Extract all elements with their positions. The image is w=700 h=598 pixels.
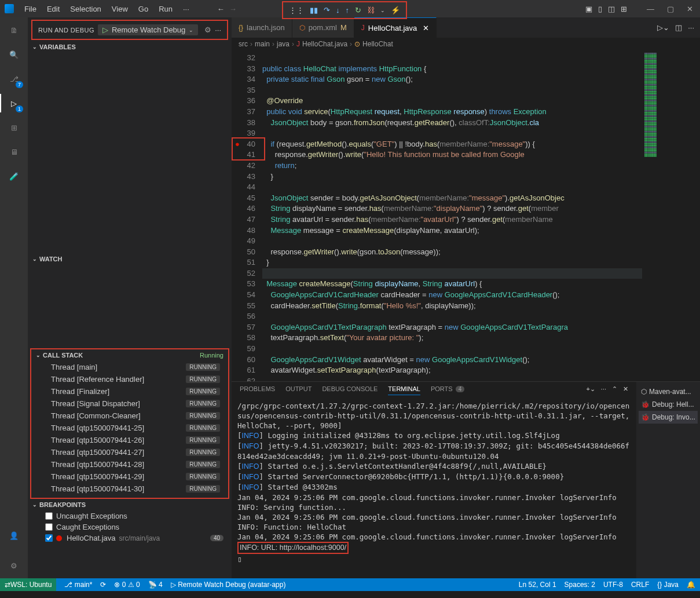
bp-uncaught[interactable]: Uncaught Exceptions bbox=[28, 511, 232, 522]
terminal-item[interactable]: 🐞Debug: Invo... bbox=[639, 411, 698, 424]
drag-handle-icon[interactable]: ⋮⋮ bbox=[288, 5, 305, 16]
source-control-icon[interactable]: ⎇7 bbox=[7, 72, 21, 86]
chevron-down-icon: ⌄ bbox=[189, 27, 193, 33]
sync-icon[interactable]: ⟳ bbox=[100, 581, 106, 589]
chevron-down-icon[interactable]: ⌄ bbox=[379, 6, 386, 14]
gear-icon[interactable]: ⚙ bbox=[204, 25, 211, 34]
panel-tab-output[interactable]: OUTPUT bbox=[285, 385, 311, 395]
bp-caught[interactable]: Caught Exceptions bbox=[28, 522, 232, 533]
minimize-icon[interactable]: — bbox=[644, 2, 657, 16]
terminal-item[interactable]: ⬡Maven-avat... bbox=[639, 385, 698, 398]
more-icon[interactable]: ··· bbox=[688, 23, 694, 32]
breakpoints-header[interactable]: ⌄ BREAKPOINTS bbox=[28, 499, 232, 511]
code-content[interactable]: public class HelloChat implements HttpFu… bbox=[262, 50, 642, 381]
debug-status[interactable]: ▷ Remote Watch Debug (avatar-app) bbox=[171, 581, 286, 589]
thread-row[interactable]: Thread [Reference Handler]RUNNING bbox=[31, 373, 228, 385]
cursor-position[interactable]: Ln 52, Col 1 bbox=[519, 581, 556, 589]
more-icon[interactable]: ··· bbox=[215, 25, 221, 34]
breadcrumb-item[interactable]: HelloChat.java bbox=[302, 40, 347, 48]
thread-row[interactable]: Thread [Signal Dispatcher]RUNNING bbox=[31, 398, 228, 410]
run-config-dropdown[interactable]: ▷ Remote Watch Debug ⌄ bbox=[98, 24, 198, 35]
settings-gear-icon[interactable]: ⚙ bbox=[7, 559, 21, 573]
tab-pom.xml[interactable]: ⬡pom.xmlM bbox=[292, 17, 354, 38]
menu-view[interactable]: View bbox=[107, 2, 133, 16]
tab-HelloChat.java[interactable]: JHelloChat.java✕ bbox=[354, 17, 437, 38]
hot-swap-icon[interactable]: ⚡ bbox=[390, 5, 401, 16]
thread-row[interactable]: Thread [qtp1500079441-30]RUNNING bbox=[31, 483, 228, 495]
terminal-item[interactable]: 🐞Debug: Hell... bbox=[639, 398, 698, 411]
disconnect-icon[interactable]: ⛓ bbox=[366, 5, 376, 16]
panel-tab-problems[interactable]: PROBLEMS bbox=[240, 385, 275, 395]
watch-header[interactable]: ⌄ WATCH bbox=[28, 253, 232, 265]
checkbox[interactable] bbox=[45, 512, 53, 520]
tab-launch.json[interactable]: {}launch.json bbox=[232, 17, 292, 38]
maximize-panel-icon[interactable]: ⌃ bbox=[612, 385, 617, 395]
run-debug-icon[interactable]: ▷1 bbox=[7, 96, 21, 110]
menu-edit[interactable]: Edit bbox=[42, 2, 64, 16]
menu-selection[interactable]: Selection bbox=[65, 2, 105, 16]
run-icon[interactable]: ▷⌄ bbox=[657, 23, 669, 32]
thread-row[interactable]: Thread [qtp1500079441-26]RUNNING bbox=[31, 434, 228, 446]
maximize-icon[interactable]: ▢ bbox=[665, 2, 676, 16]
breadcrumb[interactable]: src›main›java›J HelloChat.java›⊙ HelloCh… bbox=[232, 38, 700, 50]
search-icon[interactable]: 🔍 bbox=[7, 48, 21, 61]
close-panel-icon[interactable]: ✕ bbox=[623, 385, 628, 395]
menu-file[interactable]: File bbox=[20, 2, 41, 16]
panel-tab-debug console[interactable]: DEBUG CONSOLE bbox=[322, 385, 378, 395]
thread-row[interactable]: Thread [Common-Cleaner]RUNNING bbox=[31, 410, 228, 422]
panel-tab-terminal[interactable]: TERMINAL bbox=[388, 385, 420, 395]
more-icon[interactable]: ··· bbox=[601, 385, 606, 395]
remote-indicator[interactable]: ⇄ WSL: Ubuntu bbox=[0, 578, 56, 591]
thread-row[interactable]: Thread [qtp1500079441-29]RUNNING bbox=[31, 471, 228, 483]
menu-go[interactable]: Go bbox=[134, 2, 153, 16]
problems-count[interactable]: ⊗ 0 ⚠ 0 bbox=[114, 581, 140, 589]
minimap[interactable]: ████ ██ ████████████ ██ ████████████ ██ … bbox=[642, 50, 700, 381]
thread-row[interactable]: Thread [qtp1500079441-27]RUNNING bbox=[31, 446, 228, 458]
breadcrumb-item[interactable]: main bbox=[255, 40, 270, 48]
breadcrumb-item[interactable]: java bbox=[277, 40, 289, 48]
pause-icon[interactable]: ▮▮ bbox=[309, 5, 319, 16]
breadcrumb-item[interactable]: src bbox=[239, 40, 248, 48]
indent-status[interactable]: Spaces: 2 bbox=[565, 581, 595, 589]
notifications-icon[interactable]: 🔔 bbox=[687, 581, 695, 589]
ports-count[interactable]: 📡 4 bbox=[148, 581, 163, 589]
panel-tab-ports[interactable]: PORTS 4 bbox=[431, 385, 464, 395]
sidebar-icon[interactable]: ◫ bbox=[608, 5, 615, 13]
thread-row[interactable]: Thread [qtp1500079441-25]RUNNING bbox=[31, 422, 228, 434]
explorer-icon[interactable]: 🗎 bbox=[7, 23, 21, 37]
breadcrumb-item[interactable]: HelloChat bbox=[362, 40, 393, 48]
thread-row[interactable]: Thread [main]RUNNING bbox=[31, 361, 228, 373]
remote-icon[interactable]: 🖥 bbox=[7, 145, 21, 159]
callstack-header[interactable]: ⌄ CALL STACK Running bbox=[31, 349, 228, 361]
language-status[interactable]: {} Java bbox=[657, 581, 679, 589]
close-icon[interactable]: ✕ bbox=[423, 24, 429, 32]
layout-icon[interactable]: ▣ bbox=[585, 5, 592, 13]
account-icon[interactable]: 👤 bbox=[7, 528, 21, 542]
restart-icon[interactable]: ↻ bbox=[354, 5, 362, 16]
menu-run[interactable]: Run bbox=[154, 2, 177, 16]
menu-···[interactable]: ··· bbox=[178, 2, 194, 16]
checkbox[interactable] bbox=[45, 534, 53, 542]
code-editor[interactable]: 3233343536373839●40414243444546474849505… bbox=[232, 50, 700, 381]
customize-icon[interactable]: ⊞ bbox=[621, 5, 627, 13]
thread-row[interactable]: Thread [qtp1500079441-28]RUNNING bbox=[31, 458, 228, 471]
close-icon[interactable]: ✕ bbox=[684, 2, 695, 16]
forward-icon[interactable]: → bbox=[229, 5, 237, 13]
add-icon[interactable]: +⌄ bbox=[586, 385, 595, 395]
step-into-icon[interactable]: ↓ bbox=[335, 5, 341, 16]
bp-file[interactable]: HelloChat.java src/main/java 40 bbox=[28, 533, 232, 544]
variables-header[interactable]: ⌄ VARIABLES bbox=[28, 41, 232, 53]
thread-row[interactable]: Thread [Finalizer]RUNNING bbox=[31, 385, 228, 398]
testing-icon[interactable]: 🧪 bbox=[7, 169, 21, 183]
split-icon[interactable]: ◫ bbox=[675, 23, 682, 32]
extensions-icon[interactable]: ⊞ bbox=[7, 121, 21, 134]
checkbox[interactable] bbox=[45, 523, 53, 531]
step-out-icon[interactable]: ↑ bbox=[344, 5, 351, 16]
terminal-output[interactable]: /grpc/grpc-context/1.27.2/grpc-context-1… bbox=[232, 399, 636, 578]
step-over-icon[interactable]: ↷ bbox=[322, 5, 331, 16]
panel-icon[interactable]: ▯ bbox=[598, 5, 602, 13]
git-branch[interactable]: ⎇ main* bbox=[64, 581, 92, 589]
eol-status[interactable]: CRLF bbox=[631, 581, 649, 589]
encoding-status[interactable]: UTF-8 bbox=[603, 581, 623, 589]
back-icon[interactable]: ← bbox=[217, 5, 225, 13]
